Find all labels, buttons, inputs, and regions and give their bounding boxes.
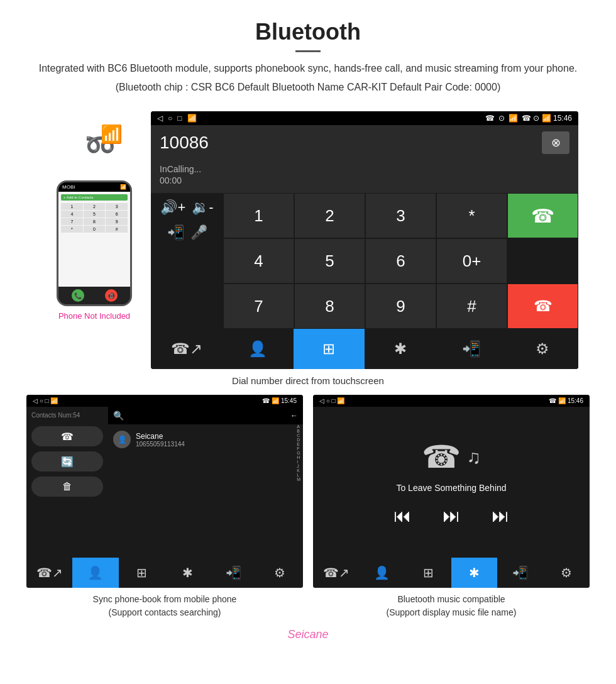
- phone-status-bar: MOBI 📶: [58, 182, 130, 192]
- nav-transfer-icon[interactable]: 📲: [436, 329, 507, 369]
- music-caption-line1: Bluetooth music compatible: [313, 593, 590, 606]
- phone-transfer-icon[interactable]: 📲: [167, 224, 184, 241]
- next-track-button-center[interactable]: ⏭: [443, 505, 460, 526]
- mnav-calls-icon[interactable]: ☎↗: [313, 558, 359, 588]
- contact-avatar: 👤: [113, 431, 131, 448]
- cnav-settings-icon[interactable]: ⚙: [257, 558, 303, 588]
- nav-bluetooth-icon[interactable]: ✱: [365, 329, 436, 369]
- skip-forward-button[interactable]: ⏭: [492, 505, 509, 526]
- volume-down-icon[interactable]: 🔉-: [192, 199, 213, 216]
- home-icon-m: ○: [326, 397, 330, 404]
- location-icon: ⊙: [498, 114, 505, 123]
- volume-up-icon[interactable]: 🔊+: [160, 199, 185, 216]
- time-display: ☎ ⊙ 📶 15:46: [522, 114, 572, 123]
- phone-end-button: 📵: [105, 289, 118, 302]
- music-phone-icon: ☎: [422, 439, 461, 475]
- cnav-calls-icon[interactable]: ☎↗: [26, 558, 72, 588]
- music-body: ☎ ♫ To Leave Something Behind ⏮ ⏭ ⏭: [313, 407, 590, 558]
- music-caption: Bluetooth music compatible (Support disp…: [313, 593, 590, 619]
- dial-delete-button[interactable]: ⊗: [542, 131, 569, 154]
- cnav-contacts-icon[interactable]: 👤: [72, 558, 118, 588]
- time-m: 15:46: [568, 397, 583, 404]
- dial-input-row: 10086 ⊗: [151, 125, 578, 160]
- key-5[interactable]: 5: [294, 238, 365, 284]
- nav-settings-icon[interactable]: ⚙: [507, 329, 578, 369]
- status-right: ☎ ⊙ 📶 ☎ ⊙ 📶 15:46: [485, 114, 572, 123]
- contacts-caption-line2: (Support contacts searching): [26, 606, 303, 619]
- wifi-icon-m: 📶: [558, 397, 566, 404]
- key-7[interactable]: 7: [223, 284, 294, 329]
- music-status-bar: ◁ ○ □ 📶 ☎ 📶 15:46: [313, 395, 590, 407]
- key-0-plus[interactable]: 0+: [436, 238, 507, 284]
- call-action-button[interactable]: ☎: [31, 426, 103, 446]
- recents-icon-c: □: [45, 397, 49, 404]
- mnav-keypad-icon[interactable]: ⊞: [405, 558, 451, 588]
- mnav-transfer-icon[interactable]: 📲: [497, 558, 543, 588]
- music-icon-area: ☎ ♫: [422, 439, 481, 475]
- add-contacts-label: + Add to Contacts: [61, 194, 128, 201]
- key-1[interactable]: 1: [223, 193, 294, 238]
- music-caption-line2: (Support display music file name): [313, 606, 590, 619]
- page-title: Bluetooth: [38, 19, 578, 45]
- signal-icon-c: 📶: [50, 397, 58, 404]
- cnav-transfer-icon[interactable]: 📲: [211, 558, 256, 588]
- key-8[interactable]: 8: [294, 284, 365, 329]
- phone-icon-c: ☎: [262, 397, 270, 404]
- call-button[interactable]: ☎: [507, 193, 578, 238]
- dial-status-bar: ◁ ○ □ 📶 ☎ ⊙ 📶 ☎ ⊙ 📶 15:46: [151, 111, 578, 125]
- key-9[interactable]: 9: [365, 284, 436, 329]
- dial-screen-caption: Dial number direct from touchscreen: [0, 369, 616, 392]
- phone-bottom-buttons: 📞 📵: [58, 287, 130, 304]
- contacts-count: Contacts Num:54: [31, 412, 103, 419]
- prev-track-button[interactable]: ⏮: [393, 505, 411, 526]
- nav-calls-icon[interactable]: ☎↗: [151, 329, 222, 369]
- mic-icon[interactable]: 🎤: [190, 224, 207, 241]
- bluetooth-icon-area: ➿ 📶: [66, 124, 123, 174]
- phone-not-included-label: Phone Not Included: [58, 311, 130, 321]
- music-controls: ⏮ ⏭ ⏭: [393, 505, 509, 526]
- key-star[interactable]: *: [436, 193, 507, 238]
- contacts-search-input[interactable]: [128, 411, 287, 421]
- key-3[interactable]: 3: [365, 193, 436, 238]
- cnav-bluetooth-icon[interactable]: ✱: [165, 558, 211, 588]
- volume-row: 🔊+ 🔉-: [157, 199, 217, 216]
- backspace-icon[interactable]: ←: [290, 411, 298, 420]
- page-header: Bluetooth Integrated with BC6 Bluetooth …: [0, 0, 616, 101]
- calling-label: InCalling...: [160, 164, 569, 174]
- delete-icon: ⊗: [551, 136, 561, 150]
- key-4[interactable]: 4: [223, 238, 294, 284]
- key-2[interactable]: 2: [294, 193, 365, 238]
- sync-action-button[interactable]: 🔄: [31, 451, 103, 472]
- status-left: ◁ ○ □ 📶: [157, 114, 197, 123]
- dial-side-controls: 🔊+ 🔉- 📲 🎤: [151, 193, 223, 329]
- cnav-keypad-icon[interactable]: ⊞: [119, 558, 165, 588]
- signal-icon-m: 📶: [337, 397, 344, 404]
- recents-icon-m: □: [332, 397, 336, 404]
- end-call-button[interactable]: ☎: [507, 284, 578, 329]
- dial-keypad: 1 2 3 * ☎ 4 5 6 0+ 7 8 9 # ☎: [223, 193, 578, 329]
- dial-calling-info: InCalling... 00:00: [160, 164, 569, 187]
- signal-icon: 📶: [187, 114, 197, 123]
- contacts-list-area: ABC DEF GHI JKL M 👤 Seicane 106550591131…: [108, 424, 303, 558]
- mnav-contacts-icon[interactable]: 👤: [359, 558, 405, 588]
- key-6[interactable]: 6: [365, 238, 436, 284]
- contacts-screen: ◁ ○ □ 📶 ☎ 📶 15:45 Contacts Num:54 ☎ 🔄 🗑 …: [26, 395, 303, 588]
- nav-contacts-icon[interactable]: 👤: [222, 329, 293, 369]
- contact-list-item[interactable]: 👤 Seicane 10655059113144: [113, 428, 298, 451]
- contacts-status-bar: ◁ ○ □ 📶 ☎ 📶 15:45: [26, 395, 303, 407]
- contacts-caption-line1: Sync phone-book from mobile phone: [26, 593, 303, 606]
- transfer-row: 📲 🎤: [157, 224, 217, 241]
- mnav-bluetooth-icon[interactable]: ✱: [451, 558, 497, 588]
- dial-number-display[interactable]: 10086: [160, 133, 542, 153]
- phone-dialpad: 123 456 789 *0#: [61, 203, 128, 233]
- music-note-icon: ♫: [467, 446, 481, 468]
- key-hash[interactable]: #: [436, 284, 507, 329]
- bluetooth-specs: (Bluetooth chip : CSR BC6 Default Blueto…: [38, 80, 578, 95]
- home-icon: ○: [168, 114, 172, 123]
- delete-action-button[interactable]: 🗑: [31, 477, 103, 497]
- header-divider: [295, 50, 321, 52]
- main-screen-section: ➿ 📶 MOBI 📶 + Add to Contacts 123 456 789…: [0, 111, 616, 369]
- phone-sidebar: ➿ 📶 MOBI 📶 + Add to Contacts 123 456 789…: [38, 111, 151, 369]
- mnav-settings-icon[interactable]: ⚙: [544, 558, 590, 588]
- nav-keypad-icon[interactable]: ⊞: [294, 329, 365, 369]
